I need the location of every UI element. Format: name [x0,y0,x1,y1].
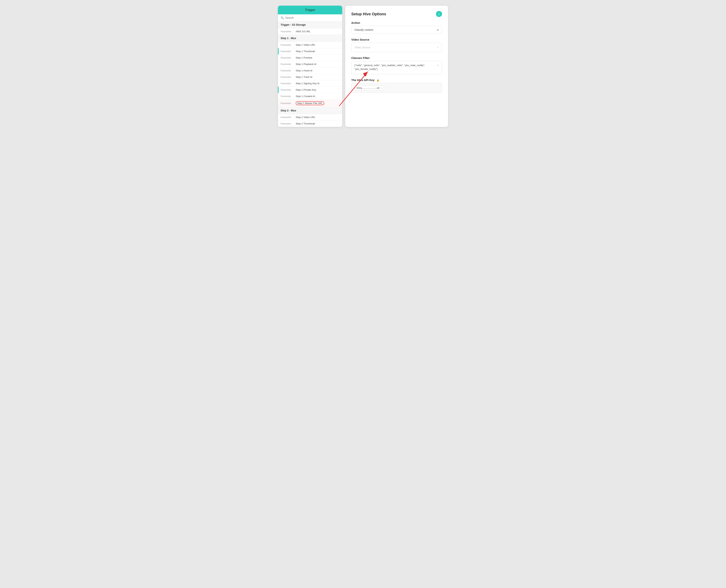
info-icon[interactable]: i [436,11,442,17]
search-input[interactable] [285,16,340,19]
action-value: Classify content [355,28,373,31]
trigger-header: Trigger [278,6,342,14]
param-aws-s3-url[interactable]: Parameter AWS S3 URL [278,28,342,35]
search-box[interactable]: 🔍 [278,14,342,21]
classes-filter-label: Classes Filter [351,56,442,60]
param-step1-preview[interactable]: Parameter Step 1 Preview [278,55,342,61]
param-step2-video-url[interactable]: Parameter Step 2 Video URL [278,114,342,121]
video-source-placeholder: Video Source [355,46,370,49]
section-step1-mux: Step 1 - Mux [278,35,342,42]
param-step1-created-at[interactable]: Parameter Step 1 Created At [278,93,342,100]
add-classes-icon[interactable]: + [437,63,439,67]
api-key-tag: lO2q......................s8 × [355,86,384,90]
classes-filter-section: Classes Filter ["nsfw", "general_nsfw", … [351,56,442,74]
classes-filter-input[interactable]: ["nsfw", "general_nsfw", "yes_realistic_… [351,61,442,74]
search-icon: 🔍 [281,16,284,19]
lock-icon: 🔒 [377,79,380,82]
action-section: Action Classify content ∨ [351,21,442,34]
add-video-source-icon[interactable]: + [437,46,439,49]
title-row: Setup Hive Options i [351,11,442,17]
left-panel: Trigger 🔍 Trigger - S3 Storage Parameter… [278,6,342,127]
highlighted-value: Step 1 Master File URL [296,101,324,105]
param-step1-private-key[interactable]: Parameter Step 1 Private Key [278,87,342,93]
right-panel: Setup Hive Options i Action Classify con… [345,6,448,127]
section-step2-mux: Step 2 - Mux [278,107,342,114]
video-source-label: Video Source [351,38,442,41]
api-key-section: The Hive API Key 🔒 lO2q.................… [351,78,442,93]
param-step1-signing-key-id[interactable]: Parameter Step 1 Signing Key Id [278,80,342,87]
param-step1-master-file-url[interactable]: Parameter Step 1 Master File URL [278,100,342,107]
api-key-label: The Hive API Key 🔒 [351,78,442,82]
remove-api-key-button[interactable]: × [381,87,382,89]
main-container: Trigger 🔍 Trigger - S3 Storage Parameter… [278,6,448,127]
section-trigger-s3: Trigger - S3 Storage [278,21,342,28]
action-dropdown[interactable]: Classify content ∨ [351,26,442,34]
param-step1-playback-id[interactable]: Parameter Step 1 Playback Id [278,61,342,67]
param-step1-video-url[interactable]: Parameter Step 1 Video URL [278,42,342,48]
param-step2-thumbnail[interactable]: Parameter Step 2 Thumbnail [278,121,342,127]
page-title: Setup Hive Options [351,12,386,16]
api-key-field[interactable]: lO2q......................s8 × [351,83,442,93]
param-step1-thumbnail[interactable]: Parameter Step 1 Thumbnail [278,48,342,55]
classes-filter-value: ["nsfw", "general_nsfw", "yes_realistic_… [355,63,435,71]
param-step1-asset-id[interactable]: Parameter Step 1 Asset Id [278,67,342,74]
video-source-section: Video Source Video Source + [351,38,442,52]
dropdown-arrow-icon: ∨ [437,28,439,31]
action-label: Action [351,21,442,24]
api-key-value: lO2q......................s8 [357,86,380,89]
video-source-input[interactable]: Video Source + [351,43,442,52]
param-step1-track-id[interactable]: Parameter Step 1 Track Id [278,74,342,80]
